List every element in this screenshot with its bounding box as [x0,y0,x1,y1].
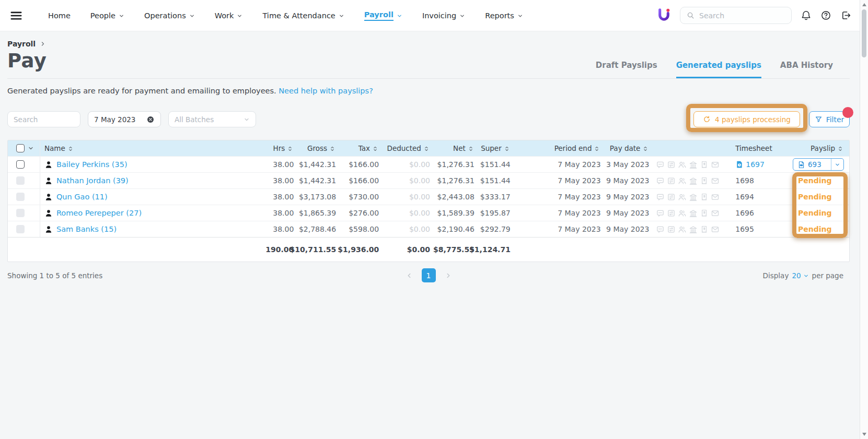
chevron-down-icon[interactable] [28,145,34,151]
chevron-right-icon[interactable] [445,272,452,279]
page-1-button[interactable]: 1 [422,268,436,282]
header-tax[interactable]: Tax [338,140,381,156]
topbar-right [657,7,851,24]
people-icon[interactable] [678,160,687,169]
header-net[interactable]: Net [432,140,477,156]
receipt-icon[interactable] [700,225,709,234]
help-link[interactable]: Need help with payslips? [279,87,373,95]
payslip-options-chevron[interactable] [831,159,843,170]
swap-icon[interactable] [667,193,676,201]
receipt-icon[interactable] [700,193,709,201]
row-checkbox[interactable] [16,160,25,169]
employee-link[interactable]: Sam Banks (15) [56,225,117,233]
scroll-thumb[interactable] [862,9,866,57]
comment-icon[interactable] [656,225,665,234]
payslip-download-button[interactable]: 693 [793,158,844,171]
batch-placeholder: All Batches [175,115,214,124]
header-pay-date[interactable]: Pay date [605,140,655,156]
people-icon[interactable] [678,176,687,185]
payslips-processing-button[interactable]: 4 payslips processing [693,111,800,127]
bank-icon[interactable] [689,209,698,218]
receipt-icon[interactable] [700,209,709,218]
swap-icon[interactable] [667,160,676,169]
global-search [680,7,792,24]
comment-icon[interactable] [656,176,665,185]
header-timesheet: Timesheet [722,140,768,156]
bank-icon[interactable] [689,225,698,234]
employee-link[interactable]: Qun Gao (11) [56,193,108,201]
receipt-icon[interactable] [700,176,709,185]
clear-icon[interactable] [146,115,155,124]
table-search [7,111,80,127]
help-icon[interactable] [820,10,831,21]
select-all-checkbox[interactable] [16,144,25,152]
chevron-left-icon[interactable] [406,272,413,279]
mail-icon[interactable] [711,193,720,201]
person-icon [44,209,53,218]
logout-icon[interactable] [840,10,851,21]
timesheet-number: 1696 [735,209,754,217]
people-icon[interactable] [678,193,687,201]
sort-icon [329,145,336,152]
comment-icon[interactable] [656,160,665,169]
mail-icon[interactable] [711,209,720,218]
nav-people[interactable]: People [90,11,124,20]
scroll-up-arrow[interactable] [862,3,866,6]
timesheet-link[interactable]: 1697 [735,160,765,169]
bank-icon[interactable] [689,193,698,201]
people-icon[interactable] [678,209,687,218]
nav-payroll[interactable]: Payroll [364,10,402,21]
sort-icon [423,145,430,152]
table-row: Qun Gao (11) 38.00 $3,173.08 $730.00 $0.… [8,188,849,205]
swap-icon[interactable] [667,176,676,185]
tab-aba-history[interactable]: ABA History [780,61,833,78]
employee-link[interactable]: Romeo Perepeper (27) [56,209,142,217]
refresh-icon [703,115,711,123]
filter-button[interactable]: Filter [809,111,850,127]
table-search-input[interactable] [14,115,74,124]
row-checkbox-disabled [16,209,25,217]
employee-link[interactable]: Nathan Jordan (39) [56,176,129,185]
header-super[interactable]: Super [477,140,513,156]
tab-draft-payslips[interactable]: Draft Payslips [596,61,657,78]
comment-icon[interactable] [656,193,665,201]
batch-filter[interactable]: All Batches [168,111,256,127]
nav-work[interactable]: Work [215,11,243,20]
mail-icon[interactable] [711,176,720,185]
bank-icon[interactable] [689,176,698,185]
nav-time-attendance[interactable]: Time & Attendance [262,11,344,20]
tab-generated-payslips[interactable]: Generated payslips [676,61,761,78]
header-period-end[interactable]: Period end [513,140,605,156]
swap-icon[interactable] [667,209,676,218]
scroll-down-arrow[interactable] [862,433,866,436]
person-icon [44,225,53,234]
mail-icon[interactable] [711,160,720,169]
breadcrumb[interactable]: Payroll [7,40,46,48]
row-checkbox-disabled [16,193,25,201]
scrollbar[interactable] [860,0,868,439]
row-checkbox-disabled [16,225,25,233]
employee-link[interactable]: Bailey Perkins (35) [56,160,128,169]
pay-date-value: 7 May 2023 [94,115,135,124]
header-hrs[interactable]: Hrs [261,140,296,156]
nav-home[interactable]: Home [48,11,71,20]
pay-date-filter[interactable]: 7 May 2023 [88,111,161,127]
header-name[interactable]: Name [40,140,261,156]
comment-icon[interactable] [656,209,665,218]
receipt-icon[interactable] [700,160,709,169]
header-gross[interactable]: Gross [296,140,338,156]
swap-icon[interactable] [667,225,676,234]
mail-icon[interactable] [711,225,720,234]
sort-icon [593,145,600,152]
header-deducted[interactable]: Deducted [381,140,432,156]
nav-operations[interactable]: Operations [144,11,195,20]
header-payslip[interactable]: Payslip [768,140,849,156]
nav-reports[interactable]: Reports [485,11,523,20]
page-size-select[interactable]: 20 [792,271,808,280]
bank-icon[interactable] [689,160,698,169]
search-input[interactable] [699,11,785,20]
people-icon[interactable] [678,225,687,234]
bell-icon[interactable] [801,10,812,21]
nav-invoicing[interactable]: Invoicing [422,11,465,20]
menu-icon[interactable] [9,9,23,22]
